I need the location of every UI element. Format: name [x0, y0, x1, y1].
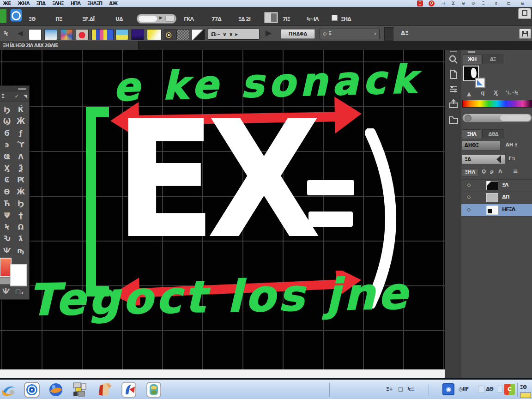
panel-mini-icon-2[interactable]: ϥ: [481, 90, 485, 96]
red-help-icon[interactable]: Θ: [429, 0, 435, 6]
slider-menu-button[interactable]: [165, 16, 175, 22]
layers-thumbnail-icon[interactable]: [264, 12, 278, 23]
option-label-1[interactable]: ΞΘ: [29, 16, 35, 22]
browser-sphere-icon[interactable]: [48, 382, 64, 398]
menu-item-image[interactable]: ΞΠΔ: [36, 1, 45, 6]
visibility-diamond-icon[interactable]: ◇: [467, 182, 471, 188]
background-color-well[interactable]: [475, 78, 485, 88]
opacity-slider[interactable]: ▶: [137, 14, 176, 24]
strip-dash-icon[interactable]: [450, 51, 457, 52]
layer-thumbnail[interactable]: [486, 206, 498, 215]
menu-item-file[interactable]: ЖΕ: [3, 1, 11, 6]
tray-glyph-2[interactable]: □: [398, 386, 402, 392]
office-doc-icon[interactable]: [121, 382, 137, 398]
option-label-6[interactable]: 77Δ: [212, 16, 221, 22]
bw-thumbnail-swatch[interactable]: [191, 29, 205, 40]
menu-item-filter[interactable]: ΞΗΛΞΠ: [87, 1, 102, 6]
minus-icon[interactable]: ⊖: [460, 0, 466, 6]
check-icon[interactable]: ✓: [15, 93, 19, 99]
block-icon[interactable]: ⊘: [470, 0, 476, 6]
sliders-icon[interactable]: [448, 84, 459, 94]
tray-glyph-1[interactable]: Ξ+: [386, 386, 393, 392]
option-label-2[interactable]: ΠΞ: [55, 16, 62, 22]
design-tool-icon[interactable]: [97, 382, 113, 398]
layer-row-2[interactable]: ◇ ΔΠ: [461, 192, 532, 204]
gradient-swatch-3[interactable]: [60, 29, 73, 40]
preset-dropdown[interactable]: ◇ Ξ ›: [320, 29, 380, 39]
panel-mini-icon-1[interactable]: ▲: [467, 91, 471, 97]
palette-bottom-icon-1[interactable]: Ѱ: [2, 287, 10, 296]
gradient-swatch-2[interactable]: [44, 29, 57, 40]
blend-mode-dropdown[interactable]: ΔΗΘΞ: [462, 140, 501, 151]
file-blocks-icon[interactable]: [72, 382, 88, 398]
pattern-swatch-2[interactable]: [176, 29, 189, 40]
layer-thumbnail[interactable]: [486, 193, 498, 202]
lock-transparent-icon[interactable]: Ϙ: [482, 169, 486, 175]
option-label-3[interactable]: ΞϜ.ΔΪ: [82, 16, 94, 22]
grid-icon[interactable]: Ξ: [480, 0, 486, 6]
document-tab[interactable]: ΞΗ ΪΔ ΗΞΘ 2ΙΛ ΑΔΧ 2ΘΛΙΕ: [0, 41, 139, 50]
cut-icon[interactable]: Ϫ: [450, 0, 456, 6]
option-label-7[interactable]: ΞΔ 2Ι: [238, 16, 250, 22]
tray-blue-app-icon[interactable]: ◉: [442, 383, 454, 395]
layer-name[interactable]: ΗϜΞΛ: [502, 206, 515, 212]
option-label-4[interactable]: UΔ: [115, 16, 122, 22]
folder-icon[interactable]: ⊏: [506, 0, 512, 6]
gradient-swatch-6[interactable]: [115, 29, 128, 40]
back-arrow-icon[interactable]: ◀: [18, 29, 23, 37]
pin-icon[interactable]: ⊣: [440, 0, 446, 6]
panel-dock-button[interactable]: [518, 8, 531, 19]
visibility-diamond-icon[interactable]: ◇: [467, 206, 471, 212]
layer-name[interactable]: ΞΛ: [502, 182, 508, 188]
gradient-swatch-8[interactable]: [147, 29, 162, 40]
tool-column-2[interactable]: Ќ Ӝ ƒ ϓ Λ Ѯ Ԗ Ӂ Ϧ Ϯ Ω ƛ ҧ: [14, 104, 27, 257]
panel-collapse-dash[interactable]: [468, 51, 475, 53]
clock-area[interactable]: ΞΘ: [520, 382, 532, 399]
menu-item-select[interactable]: ΗΠΛ: [71, 1, 80, 6]
export-icon[interactable]: [448, 99, 459, 109]
tray-red-green-icon[interactable]: C: [504, 384, 515, 395]
strip-folder-icon[interactable]: [448, 115, 459, 125]
tool-column-1[interactable]: Ϧ Ϣ Ϭ ϶ Ҩ Ӽ Ͼ ϴ Ћ Ψ Ϟ Ԅ Ѱ: [0, 104, 13, 257]
mail-icon[interactable]: ⊟: [520, 0, 526, 6]
option-label-8[interactable]: 7ΙΞ: [283, 16, 290, 22]
start-swoosh-icon[interactable]: [1, 382, 17, 398]
menu-item-edit[interactable]: ЖΗΛ: [18, 1, 29, 6]
preset-picker-field[interactable]: Ω~ ∨ ∨ ▸: [208, 29, 260, 40]
layer-row-3-selected[interactable]: ◇ ΗϜΞΛ: [461, 204, 532, 217]
slider-track[interactable]: [139, 16, 157, 22]
menu-item-layer[interactable]: ΞΛΗΞ: [52, 1, 64, 6]
background-color-swatch[interactable]: [10, 264, 27, 286]
media-target-icon[interactable]: [24, 382, 40, 398]
lock-move-icon[interactable]: Λ: [498, 169, 502, 175]
language-indicator[interactable]: [520, 393, 531, 398]
page-icon[interactable]: [448, 69, 459, 79]
preset-lead-icon[interactable]: Ϟ: [4, 30, 8, 37]
layer-thumbnail[interactable]: [486, 181, 498, 190]
tray-glyph-3[interactable]: Ϟ≡: [407, 386, 414, 392]
panel-mini-icon-3[interactable]: Ӽ: [494, 90, 498, 96]
tab-layers[interactable]: ΞΗΛ: [462, 129, 481, 139]
layer-name[interactable]: ΔΠ: [502, 194, 509, 200]
gradient-swatch-4[interactable]: [76, 29, 89, 40]
option-label-5[interactable]: ΓΚΛ: [184, 16, 193, 22]
archive-app-icon[interactable]: [146, 382, 162, 398]
tab-color[interactable]: ЖΗ: [463, 54, 481, 64]
color-spectrum[interactable]: [462, 100, 532, 108]
collapse-dash-icon[interactable]: [18, 88, 26, 90]
slider-thumb[interactable]: [465, 115, 472, 121]
slider-arrow-icon[interactable]: ▶: [159, 15, 163, 20]
pattern-swatch-1[interactable]: [163, 29, 176, 40]
palette-bottom-icon-2[interactable]: ◻.: [15, 287, 24, 296]
layer-row-1[interactable]: ◇ ΞΛ: [461, 179, 532, 192]
antialias-checkbox[interactable]: [332, 15, 338, 21]
option-label-9[interactable]: Ϟ~ΙΛ: [307, 16, 319, 22]
panel-mini-icon-4[interactable]: '∟-Ϟ: [506, 90, 518, 96]
dropdown-thumb-icon[interactable]: [496, 155, 501, 163]
play-icon[interactable]: ▶: [266, 28, 272, 37]
palette-title-bar[interactable]: [0, 86, 29, 92]
tab-channels[interactable]: ΔΘΔ: [482, 129, 504, 139]
canvas[interactable]: e ke sonack EX Tegoct l: [0, 50, 445, 378]
search-icon[interactable]: [448, 54, 459, 65]
swatch-stack[interactable]: [0, 277, 11, 284]
